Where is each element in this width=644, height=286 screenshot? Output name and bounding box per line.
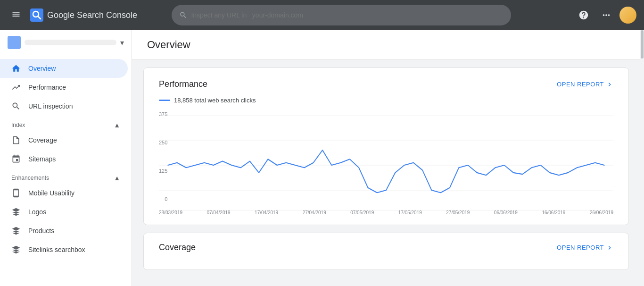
x-label-1: 07/04/2019: [207, 210, 231, 215]
performance-chart-svg: [159, 115, 613, 215]
index-section-label: Index: [11, 122, 25, 128]
search-bar[interactable]: [172, 5, 511, 25]
sidebar-item-url-inspection-label: URL inspection: [28, 102, 73, 110]
sidebar-item-performance[interactable]: Performance: [0, 78, 128, 97]
x-label-5: 17/05/2019: [398, 210, 422, 215]
right-scrollbar[interactable]: [640, 30, 644, 286]
legend-line: [159, 100, 170, 101]
sidebar-item-sitelinks-searchbox[interactable]: Sitelinks searchbox: [0, 240, 128, 259]
search-nav-icon: [11, 101, 21, 111]
smartphone-icon: [11, 188, 21, 198]
app-logo: Google Search Console: [30, 8, 137, 22]
performance-open-report-button[interactable]: OPEN REPORT: [557, 81, 613, 88]
sidebar-section-index: Index ▲: [0, 118, 132, 131]
sidebar-item-url-inspection[interactable]: URL inspection: [0, 97, 128, 116]
x-label-8: 16/06/2019: [542, 210, 565, 215]
header-actions: [574, 6, 636, 25]
y-label-125: 125: [159, 168, 167, 174]
sidebar: ▾ Overview Performance: [0, 30, 132, 286]
x-label-2: 17/04/2019: [255, 210, 278, 215]
home-icon: [11, 64, 21, 73]
sidebar-item-mobile-usability[interactable]: Mobile Usability: [0, 184, 128, 202]
search-input[interactable]: [191, 11, 504, 19]
performance-chart: 375 250 125 0 28/03/2019 07/04/2019 17/0…: [159, 111, 613, 215]
sidebar-item-performance-label: Performance: [28, 84, 66, 91]
apps-button[interactable]: [597, 6, 616, 25]
property-selector[interactable]: ▾: [0, 30, 132, 55]
sidebar-nav: Overview Performance URL inspectio: [0, 55, 132, 263]
svg-rect-0: [30, 8, 43, 22]
search-icon: [179, 11, 187, 19]
sidebar-section-enhancements: Enhancements ▲: [0, 170, 132, 184]
chart-legend: 18,858 total web search clicks: [159, 97, 613, 104]
coverage-card-title: Coverage: [159, 243, 196, 252]
logos-icon: [11, 207, 21, 217]
property-name: [25, 40, 116, 45]
menu-icon[interactable]: [8, 6, 25, 25]
y-label-375: 375: [159, 111, 167, 117]
sidebar-item-mobile-usability-label: Mobile Usability: [28, 189, 74, 197]
sidebar-item-logos[interactable]: Logos: [0, 202, 128, 221]
performance-card-header: Performance OPEN REPORT: [159, 79, 613, 89]
sidebar-item-products[interactable]: Products: [0, 221, 128, 240]
chart-legend-text: 18,858 total web search clicks: [174, 97, 256, 104]
x-label-9: 26/06/2019: [590, 210, 613, 215]
y-label-250: 250: [159, 140, 167, 145]
content-area: Overview Performance OPEN REPORT 18,8: [132, 30, 640, 286]
sidebar-item-sitemaps-label: Sitemaps: [28, 155, 56, 163]
right-scrollbar-thumb: [641, 30, 644, 59]
products-icon: [11, 226, 21, 236]
performance-card-title: Performance: [159, 79, 207, 89]
sidebar-item-coverage[interactable]: Coverage: [0, 131, 128, 150]
help-button[interactable]: [574, 6, 593, 25]
app-name: Google Search Console: [47, 10, 137, 20]
google-search-console-icon: [30, 8, 43, 22]
sidebar-item-logos-label: Logos: [28, 208, 46, 216]
y-label-0: 0: [165, 196, 167, 202]
sidebar-item-sitemaps[interactable]: Sitemaps: [0, 150, 128, 168]
x-label-6: 27/05/2019: [446, 210, 470, 215]
sidebar-item-coverage-label: Coverage: [28, 136, 57, 144]
index-collapse-icon[interactable]: ▲: [114, 121, 120, 129]
coverage-card-header: Coverage OPEN REPORT: [159, 243, 613, 252]
coverage-open-report-button[interactable]: OPEN REPORT: [557, 244, 613, 252]
cards-container: Performance OPEN REPORT 18,858 total web…: [132, 60, 640, 278]
sitelinks-icon: [11, 245, 21, 254]
x-label-3: 27/04/2019: [303, 210, 326, 215]
page-header: Overview: [132, 30, 640, 60]
enhancements-collapse-icon[interactable]: ▲: [114, 174, 120, 182]
coverage-icon: [11, 135, 21, 145]
page-title: Overview: [147, 39, 625, 51]
sidebar-item-sitelinks-searchbox-label: Sitelinks searchbox: [28, 246, 85, 253]
x-label-4: 07/05/2019: [350, 210, 374, 215]
chevron-down-icon: ▾: [120, 38, 124, 47]
app-header: Google Search Console: [0, 0, 644, 30]
performance-card: Performance OPEN REPORT 18,858 total web…: [143, 67, 629, 225]
x-label-0: 28/03/2019: [159, 210, 182, 215]
coverage-card: Coverage OPEN REPORT: [143, 233, 629, 270]
trending-up-icon: [11, 83, 21, 92]
sidebar-item-products-label: Products: [28, 227, 54, 235]
sidebar-item-overview[interactable]: Overview: [0, 59, 128, 78]
x-label-7: 06/06/2019: [494, 210, 518, 215]
property-icon: [8, 36, 21, 49]
enhancements-section-label: Enhancements: [11, 175, 49, 181]
sidebar-item-overview-label: Overview: [28, 65, 56, 72]
user-avatar[interactable]: [619, 7, 636, 24]
sitemaps-icon: [11, 154, 21, 164]
